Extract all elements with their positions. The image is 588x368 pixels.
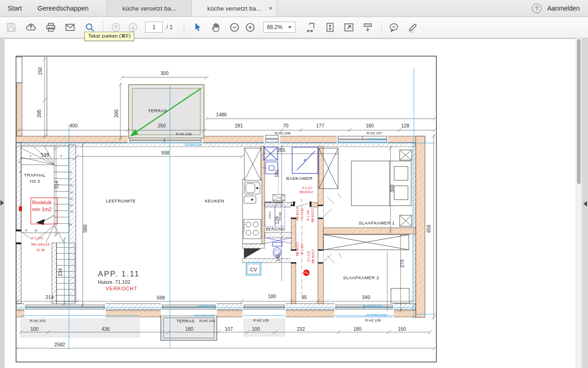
search-tooltip: Tekst zoeken (⌘F) — [85, 32, 134, 41]
select-tool-button[interactable] — [191, 20, 204, 34]
fit-page-button[interactable] — [323, 20, 337, 34]
hand-icon — [210, 22, 222, 33]
zoom-out-button[interactable] — [228, 20, 242, 34]
zoom-in-button[interactable] — [243, 20, 257, 34]
toolbar: / 1 68,2% Tekst zoeken (⌘F) — [0, 17, 588, 38]
right-panel-strip — [582, 38, 588, 368]
save-button[interactable] — [4, 20, 18, 34]
zoom-in-icon — [244, 22, 256, 33]
collapse-left-panel-icon[interactable] — [0, 200, 4, 206]
search-icon — [84, 22, 96, 33]
page-number-input[interactable] — [145, 22, 163, 33]
email-button[interactable] — [63, 20, 77, 34]
collapse-right-panel-icon[interactable] — [583, 201, 587, 207]
pdf-page — [5, 39, 576, 368]
share-icon — [25, 22, 37, 33]
comment-icon — [388, 22, 400, 33]
vertical-scrollbar[interactable] — [576, 38, 582, 368]
comment-button[interactable] — [387, 20, 401, 34]
fit-width-button[interactable] — [305, 20, 318, 34]
highlighter-button[interactable] — [406, 20, 420, 34]
page-total-label: / 1 — [166, 24, 173, 30]
print-button[interactable] — [44, 20, 57, 34]
doc-tab-1-label: küche versetzt ba... — [122, 5, 176, 12]
fullscreen-icon — [343, 22, 355, 33]
zoom-level-value: 68,2% — [267, 24, 283, 30]
doc-tab-2[interactable]: küche versetzt ba... × — [192, 0, 277, 17]
scroll-mode-icon — [362, 22, 373, 33]
fit-page-icon — [324, 22, 336, 33]
help-icon[interactable]: ? — [532, 4, 542, 13]
tab-start[interactable]: Start — [0, 0, 30, 17]
email-icon — [64, 22, 76, 33]
signin-button[interactable]: Aanmelden — [547, 5, 588, 12]
toolbar-separator — [184, 21, 184, 34]
page-up-icon — [110, 22, 122, 33]
tab-bar: Start Gereedschappen küche versetzt ba..… — [0, 0, 588, 17]
print-icon — [45, 22, 57, 33]
tab-tools[interactable]: Gereedschappen — [30, 0, 96, 17]
fit-width-icon — [305, 22, 317, 33]
zoom-out-icon — [229, 22, 240, 33]
scroll-mode-button[interactable] — [361, 20, 375, 34]
cursor-icon — [192, 22, 203, 33]
page-down-icon — [127, 22, 139, 33]
close-icon[interactable]: × — [269, 5, 272, 12]
doc-tab-1[interactable]: küche versetzt ba... — [107, 0, 192, 17]
share-button[interactable] — [24, 20, 38, 34]
highlighter-icon — [407, 22, 418, 33]
caret-down-icon — [288, 26, 292, 29]
doc-tab-2-label: küche versetzt ba... — [207, 5, 261, 12]
scrollbar-thumb[interactable] — [577, 39, 581, 184]
zoom-level-dropdown[interactable]: 68,2% — [263, 22, 295, 33]
fullscreen-button[interactable] — [342, 20, 356, 34]
save-icon — [6, 22, 17, 33]
tabbar-spacer — [277, 0, 532, 17]
hand-tool-button[interactable] — [209, 20, 223, 34]
toolbar-separator — [381, 21, 382, 34]
document-viewport: 150 205 400 195 300 200 250 1486 281 70 … — [0, 38, 588, 368]
